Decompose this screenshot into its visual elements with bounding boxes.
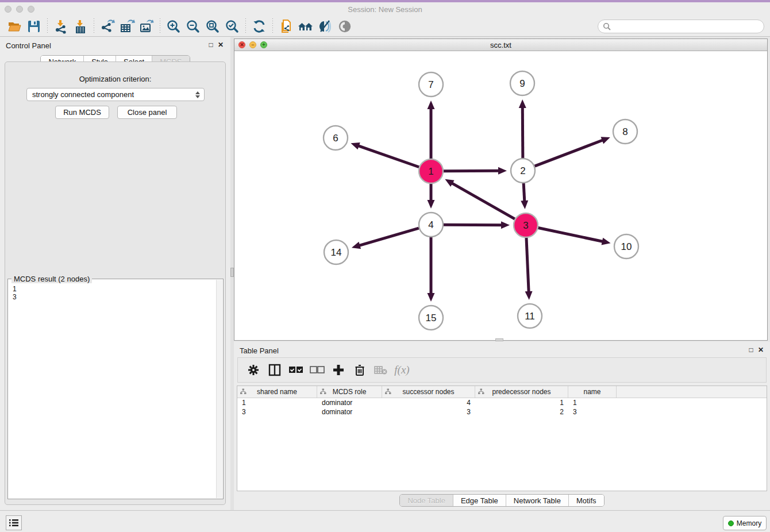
zoom-out-icon[interactable] bbox=[183, 18, 203, 35]
toolbar-separator bbox=[94, 18, 94, 34]
float-table-panel-icon[interactable]: □ bbox=[747, 346, 755, 354]
table-panel: Table Panel □ ✕ f(x) shared nameMCDS rol… bbox=[234, 342, 770, 510]
graph-edge-3-10[interactable] bbox=[538, 228, 604, 242]
mcds-result-scrollbar[interactable] bbox=[216, 280, 222, 498]
graph-edge-arrowhead bbox=[428, 200, 435, 209]
save-session-icon[interactable] bbox=[24, 18, 44, 35]
graph-edge-2-9[interactable] bbox=[522, 106, 523, 158]
table-cell: 3 bbox=[237, 407, 317, 417]
import-network-icon[interactable] bbox=[51, 18, 71, 35]
graph-edge-arrowhead bbox=[601, 137, 610, 144]
graph-node-label-7: 7 bbox=[428, 79, 433, 90]
column-header-shared-name[interactable]: shared name bbox=[237, 386, 317, 398]
graph-edge-4-3[interactable] bbox=[444, 225, 503, 225]
mcds-result-text[interactable]: 1 3 bbox=[9, 284, 20, 302]
table-toolbar: f(x) bbox=[237, 357, 767, 383]
control-panel: Control Panel □ ✕ NetworkStyleSelectMCDS… bbox=[0, 37, 230, 510]
graph-edge-4-14[interactable] bbox=[358, 228, 418, 246]
graph-edge-1-2[interactable] bbox=[444, 171, 500, 171]
deselect-all-icon[interactable] bbox=[306, 360, 328, 380]
search-field[interactable] bbox=[598, 20, 764, 33]
function-builder-icon[interactable]: f(x) bbox=[391, 360, 413, 380]
export-network-icon[interactable] bbox=[98, 18, 117, 35]
zoom-selected-icon[interactable] bbox=[222, 18, 242, 35]
network-graph[interactable]: 7968124314101511 bbox=[234, 51, 767, 340]
add-row-icon[interactable] bbox=[328, 360, 349, 380]
graph-edge-1-6[interactable] bbox=[357, 145, 419, 167]
zoom-in-icon[interactable] bbox=[164, 18, 183, 35]
export-image-icon[interactable] bbox=[137, 18, 156, 35]
show-all-icon[interactable] bbox=[335, 18, 355, 35]
table-cell: 4 bbox=[382, 398, 475, 407]
tab-node-table[interactable]: Node Table bbox=[400, 495, 453, 506]
optimization-criterion-select[interactable]: strongly connected component bbox=[26, 88, 205, 101]
column-label: predecessor nodes bbox=[492, 388, 550, 396]
column-header-successor-nodes[interactable]: successor nodes bbox=[382, 386, 475, 398]
first-neighbors-icon[interactable] bbox=[296, 18, 315, 35]
column-header-MCDS-role[interactable]: MCDS role bbox=[317, 386, 382, 398]
graph-node-label-11: 11 bbox=[525, 311, 535, 322]
table-row[interactable]: 1dominator411 bbox=[237, 398, 767, 407]
column-header-name[interactable]: name bbox=[568, 386, 617, 398]
show-columns-icon[interactable] bbox=[264, 360, 285, 380]
open-session-icon[interactable] bbox=[5, 18, 24, 35]
delete-row-icon[interactable] bbox=[349, 360, 370, 380]
column-label: successor nodes bbox=[402, 388, 454, 396]
graph-edge-2-3[interactable] bbox=[523, 183, 525, 202]
graph-node-label-2: 2 bbox=[520, 165, 525, 176]
criterion-value: strongly connected component bbox=[32, 90, 134, 99]
close-table-panel-icon[interactable]: ✕ bbox=[757, 346, 765, 354]
memory-button[interactable]: Memory bbox=[723, 516, 767, 530]
table-settings-icon[interactable] bbox=[242, 360, 264, 380]
clone-network-icon[interactable] bbox=[276, 18, 296, 35]
graph-node-label-14: 14 bbox=[331, 247, 342, 258]
zoom-fit-icon[interactable] bbox=[203, 18, 222, 35]
graph-edge-arrowhead bbox=[498, 167, 507, 175]
graph-node-label-1: 1 bbox=[428, 166, 433, 177]
import-table-icon[interactable] bbox=[71, 18, 90, 35]
table-cell: 1 bbox=[568, 398, 617, 407]
graph-edge-3-11[interactable] bbox=[526, 238, 529, 293]
apply-layout-icon[interactable] bbox=[249, 18, 269, 35]
optimization-criterion-label: Optimization criterion: bbox=[5, 75, 225, 83]
graph-edge-arrowhead bbox=[428, 293, 435, 302]
table-cell: dominator bbox=[317, 407, 382, 417]
select-stepper-icon bbox=[195, 91, 200, 98]
column-header-predecessor-nodes[interactable]: predecessor nodes bbox=[475, 386, 568, 398]
select-all-icon[interactable] bbox=[285, 360, 306, 380]
close-panel-button[interactable]: Close panel bbox=[117, 106, 177, 119]
search-input[interactable] bbox=[611, 22, 759, 30]
node-table-header: shared nameMCDS rolesuccessor nodesprede… bbox=[237, 386, 767, 398]
graph-node-label-8: 8 bbox=[622, 126, 627, 137]
tab-network-table[interactable]: Network Table bbox=[506, 495, 568, 506]
main-toolbar bbox=[0, 16, 770, 37]
tab-motifs[interactable]: Motifs bbox=[568, 495, 604, 506]
table-cell: 1 bbox=[237, 398, 317, 407]
table-cell: 2 bbox=[475, 407, 568, 417]
table-row[interactable]: 3dominator323 bbox=[237, 407, 767, 417]
hide-selected-icon[interactable] bbox=[315, 18, 335, 35]
graph-node-label-10: 10 bbox=[621, 241, 632, 252]
run-mcds-button[interactable]: Run MCDS bbox=[55, 106, 109, 119]
float-panel-icon[interactable]: □ bbox=[207, 41, 215, 49]
tab-edge-table[interactable]: Edge Table bbox=[453, 495, 506, 506]
mcds-result-title: MCDS result (2 nodes) bbox=[11, 275, 92, 283]
node-table: shared nameMCDS rolesuccessor nodesprede… bbox=[237, 385, 767, 491]
delete-table-icon[interactable] bbox=[370, 360, 391, 380]
column-label: MCDS role bbox=[333, 388, 367, 396]
graph-edge-arrowhead bbox=[519, 99, 526, 108]
graph-edge-2-8[interactable] bbox=[535, 140, 604, 166]
export-table-icon[interactable] bbox=[117, 18, 137, 35]
graph-node-label-9: 9 bbox=[519, 78, 525, 89]
app-title: Session: New Session bbox=[0, 5, 770, 14]
graph-edge-arrowhead bbox=[501, 221, 510, 229]
column-label: name bbox=[583, 388, 600, 396]
search-icon bbox=[603, 22, 611, 30]
network-window-titlebar[interactable]: ✕ − + scc.txt bbox=[234, 39, 767, 51]
horizontal-splitter-handle[interactable] bbox=[495, 338, 503, 341]
close-panel-icon[interactable]: ✕ bbox=[217, 41, 225, 49]
table-panel-tabs: Node TableEdge TableNetwork TableMotifs bbox=[234, 494, 770, 507]
graph-edge-3-1[interactable] bbox=[451, 183, 515, 219]
task-history-button[interactable] bbox=[6, 515, 22, 530]
table-cell: 3 bbox=[382, 407, 475, 417]
